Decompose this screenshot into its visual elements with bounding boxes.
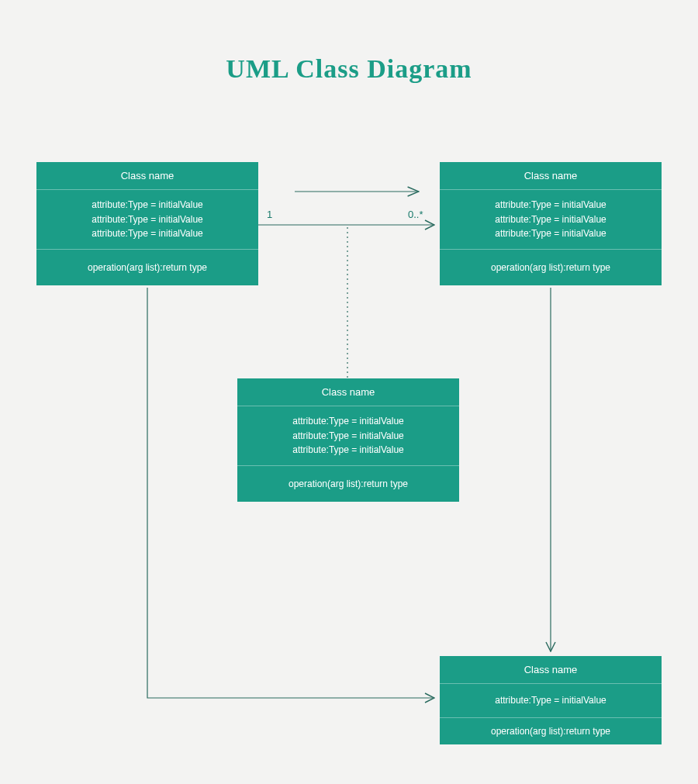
operation: operation(arg list):return type <box>43 262 252 273</box>
attribute: attribute:Type = initialValue <box>43 226 252 241</box>
operation: operation(arg list):return type <box>446 262 655 273</box>
attribute: attribute:Type = initialValue <box>43 198 252 212</box>
attribute: attribute:Type = initialValue <box>446 198 655 212</box>
class-name: Class name <box>440 162 662 190</box>
operation: operation(arg list):return type <box>244 478 453 489</box>
diagram-title: UML Class Diagram <box>0 54 698 84</box>
attribute: attribute:Type = initialValue <box>446 693 655 708</box>
attribute: attribute:Type = initialValue <box>244 443 453 458</box>
class-attributes: attribute:Type = initialValue <box>440 684 662 718</box>
class-name: Class name <box>237 378 459 406</box>
class-middle: Class name attribute:Type = initialValue… <box>237 378 459 502</box>
attribute: attribute:Type = initialValue <box>446 212 655 227</box>
class-bottom: Class name attribute:Type = initialValue… <box>440 656 662 744</box>
operation: operation(arg list):return type <box>446 726 655 737</box>
class-name: Class name <box>36 162 258 190</box>
attribute: attribute:Type = initialValue <box>244 414 453 429</box>
multiplicity-left: 1 <box>267 209 272 220</box>
attribute: attribute:Type = initialValue <box>446 226 655 241</box>
class-attributes: attribute:Type = initialValue attribute:… <box>440 190 662 250</box>
class-operations: operation(arg list):return type <box>36 250 258 285</box>
attribute: attribute:Type = initialValue <box>43 212 252 227</box>
class-operations: operation(arg list):return type <box>440 718 662 744</box>
class-operations: operation(arg list):return type <box>440 250 662 285</box>
class-attributes: attribute:Type = initialValue attribute:… <box>36 190 258 250</box>
class-attributes: attribute:Type = initialValue attribute:… <box>237 406 459 466</box>
multiplicity-right: 0..* <box>408 209 423 220</box>
class-operations: operation(arg list):return type <box>237 466 459 502</box>
attribute: attribute:Type = initialValue <box>244 429 453 444</box>
class-top-right: Class name attribute:Type = initialValue… <box>440 162 662 285</box>
class-name: Class name <box>440 656 662 684</box>
class-top-left: Class name attribute:Type = initialValue… <box>36 162 258 285</box>
